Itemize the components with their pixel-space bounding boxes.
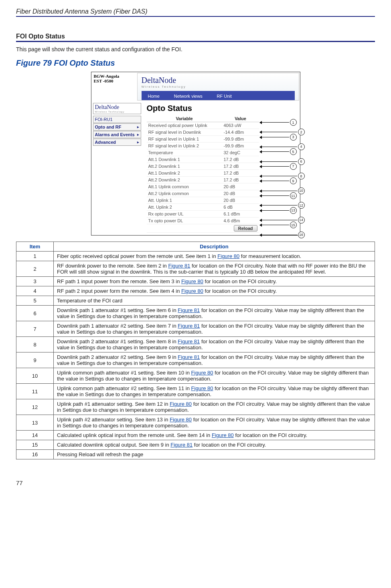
- th-description: Description: [54, 242, 375, 252]
- callout-13: 13: [261, 207, 297, 214]
- table-row: Att.2 Downlink 117.2 dB: [147, 163, 259, 170]
- table-row: Att.2 Uplink common20 dB: [147, 190, 259, 197]
- table-row: 6Downlink path 1 attenuator #1 setting. …: [16, 306, 375, 321]
- bgw-label: BGW-Angola EST -0500: [91, 72, 136, 85]
- intro-text: This page will show the current status a…: [16, 46, 375, 52]
- section-title: FOI Opto Status: [16, 33, 375, 42]
- sidebar-item-opto[interactable]: Opto and RF▸: [93, 123, 141, 131]
- reload-button[interactable]: Reload: [234, 225, 257, 232]
- callout-7: 7: [261, 163, 297, 170]
- figure-link[interactable]: Figure 80: [212, 432, 234, 438]
- page-header: Fiber Distributed Antenna System (Fiber …: [16, 8, 375, 17]
- table-row: 8Downlink path 2 attenuator #1 setting. …: [16, 337, 375, 352]
- table-row: 16Pressing Reload will refresh the page: [16, 450, 375, 459]
- table-row: 12Uplink path #1 attenuator setting. See…: [16, 399, 375, 415]
- logo-banner: DeltaNode Wireless Technology Home Netwo…: [137, 73, 299, 101]
- callout-11: 11: [261, 192, 297, 199]
- chevron-right-icon: ▸: [137, 133, 139, 137]
- figure-link[interactable]: Figure 81: [170, 442, 192, 448]
- th-variable: Variable: [147, 115, 222, 122]
- table-row: 4RF path 2 input power form the remote. …: [16, 286, 375, 296]
- chevron-right-icon: ▸: [137, 140, 139, 144]
- table-row: 3RF path 1 input power from the remote. …: [16, 277, 375, 286]
- table-row: RF signal level in Uplink 2-99.9 dBm: [147, 143, 259, 149]
- figure-link[interactable]: Figure 80: [191, 370, 213, 376]
- table-row: 15Calculated downlink optical output. Se…: [16, 440, 375, 450]
- nav-tabs: Home Network views RF Unit: [142, 91, 295, 100]
- figure-link[interactable]: Figure 80: [217, 253, 239, 259]
- figure-link[interactable]: Figure 80: [191, 385, 213, 391]
- table-row: 5Temperature of the FOI card: [16, 296, 375, 306]
- figure-container: BGW-Angola EST -0500 DeltaNode Wireless …: [16, 72, 375, 236]
- sidebar: DeltaNode Wireless Technology FOI-RU1 Op…: [91, 101, 143, 235]
- figure-link[interactable]: Figure 80: [181, 288, 203, 294]
- delta-logo: DeltaNode: [142, 76, 295, 85]
- table-row: Att.1 Downlink 217.2 dB: [147, 170, 259, 177]
- callout-16: 16: [261, 232, 305, 238]
- tab-network[interactable]: Network views: [168, 93, 209, 99]
- figure-link[interactable]: Figure 81: [178, 354, 200, 360]
- table-row: 9Downlink path 2 attenuator #2 setting. …: [16, 352, 375, 368]
- delta-sub: Wireless Technology: [142, 85, 295, 89]
- table-row: 1Fiber optic received optical power from…: [16, 252, 375, 261]
- callout-15: 15: [261, 222, 297, 228]
- table-row: 7Downlink path 1 attenuator #2 setting. …: [16, 321, 375, 337]
- chevron-right-icon: ▸: [137, 125, 139, 129]
- table-row: 2RF downlink power to the remote. See it…: [16, 261, 375, 277]
- th-item: Item: [16, 242, 54, 252]
- sidebar-item-alarms[interactable]: Alarms and Events▸: [93, 131, 141, 138]
- figure-link[interactable]: Figure 81: [178, 307, 200, 313]
- opto-status-title: Opto Status: [144, 104, 298, 113]
- table-row: Att. Uplink 26 dB: [147, 204, 259, 211]
- description-table: Item Description 1Fiber optic received o…: [16, 242, 375, 459]
- table-row: 13Uplink path #2 attenuator setting. See…: [16, 415, 375, 431]
- sidebar-logo: DeltaNode Wireless Technology: [93, 103, 141, 114]
- tab-home[interactable]: Home: [142, 93, 166, 99]
- figure-link[interactable]: Figure 81: [168, 263, 190, 269]
- table-row: RF signal level in Downlink-14.4 dBm: [147, 129, 259, 136]
- figure-link[interactable]: Figure 81: [178, 338, 200, 344]
- table-row: Temperature32 degC: [147, 149, 259, 156]
- sidebar-title: FOI-RU1: [93, 116, 141, 123]
- table-row: Att.1 Downlink 117.2 dB: [147, 156, 259, 163]
- callout-9: 9: [261, 177, 297, 184]
- table-row: 10Uplink common path attenuator #1 setti…: [16, 368, 375, 384]
- table-row: Received optical power Uplink4063 uW: [147, 122, 259, 129]
- th-value: Value: [222, 115, 259, 122]
- callout-3: 3: [261, 134, 297, 141]
- table-row: 11Uplink common path attenuator #2 setti…: [16, 384, 375, 399]
- figure-link[interactable]: Figure 80: [170, 417, 192, 423]
- opto-status-table: Variable Value Received optical power Up…: [147, 115, 259, 233]
- figure-link[interactable]: Figure 80: [170, 401, 192, 407]
- table-row: Rx opto power UL6.1 dBm: [147, 211, 259, 217]
- table-row: Att.2 Downlink 217.2 dB: [147, 177, 259, 183]
- table-row: 14Calculated uplink optical input from t…: [16, 431, 375, 440]
- figure-link[interactable]: Figure 80: [181, 278, 203, 284]
- table-row: Att.1 Uplink common20 dB: [147, 183, 259, 190]
- figure-title: Figure 79 FOI Opto Status: [16, 58, 375, 68]
- sidebar-item-advanced[interactable]: Advanced▸: [93, 139, 141, 146]
- page-number: 77: [16, 479, 375, 486]
- callout-5: 5: [261, 148, 297, 155]
- callout-1: 1: [261, 119, 297, 126]
- tab-rf[interactable]: RF Unit: [211, 93, 238, 99]
- table-row: Tx opto power DL4.6 dBm: [147, 217, 259, 224]
- figure-link[interactable]: Figure 81: [178, 323, 200, 329]
- table-row: RF signal level in Uplink 1-99.9 dBm: [147, 136, 259, 143]
- table-row: Att. Uplink 120 dB: [147, 197, 259, 204]
